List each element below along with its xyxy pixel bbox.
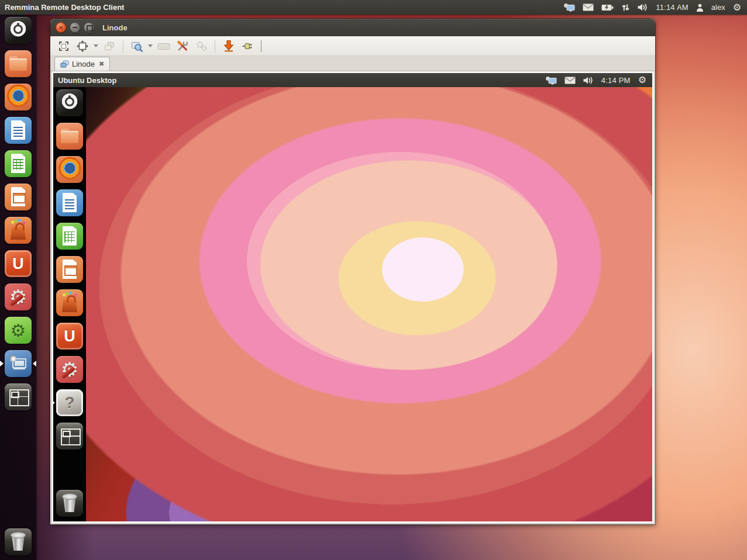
remote-indicator-tray: 4:14 PM ⚙ (545, 75, 646, 85)
ubuntu-software-glyph: ⚙ (5, 317, 32, 344)
fullscreen-button[interactable] (56, 39, 71, 54)
mail-icon[interactable] (564, 77, 576, 84)
dash-home-icon[interactable] (56, 89, 83, 116)
unity-launcher: U⚙⚙ (0, 15, 36, 560)
toolbar-separator (123, 40, 123, 53)
remote-clock[interactable]: 4:14 PM (601, 76, 631, 85)
ubuntu-one-icon[interactable]: U (5, 250, 32, 277)
sync-arrows-icon[interactable] (621, 4, 630, 12)
scaled-mode-button[interactable] (129, 39, 144, 54)
workspace-switcher-icon[interactable] (56, 423, 83, 450)
libreoffice-calc-icon[interactable] (56, 223, 83, 250)
firefox-icon[interactable] (56, 156, 83, 183)
remmina-icon[interactable] (5, 350, 32, 377)
connection-tabbar: Linode ✖ (50, 56, 655, 71)
firefox-icon[interactable] (5, 84, 32, 110)
take-screenshot-button[interactable] (221, 39, 236, 54)
fit-window-dropdown-caret[interactable] (94, 44, 98, 50)
remote-desktop-viewport[interactable]: Ubuntu Desktop 4:14 PM ⚙ U⚙? (51, 71, 654, 523)
focused-indicator-arrow (33, 361, 36, 367)
libreoffice-writer-icon[interactable] (56, 189, 83, 216)
workspace-switcher-icon[interactable] (5, 383, 32, 410)
libreoffice-writer-icon[interactable] (5, 117, 32, 144)
tab-linode[interactable]: Linode ✖ (54, 57, 110, 71)
preferences-gears-button[interactable] (194, 39, 209, 54)
ubuntu-software-center-icon[interactable] (56, 289, 83, 316)
home-folder-icon[interactable] (5, 50, 32, 77)
volume-icon[interactable] (583, 77, 594, 84)
ubuntu-one-glyph: U (5, 250, 32, 277)
tools-button[interactable] (175, 39, 190, 54)
ubuntu-software-center-icon[interactable] (5, 217, 32, 244)
toolbar-separator (215, 40, 215, 53)
remote-unity-launcher: U⚙? (53, 87, 86, 521)
window-maximize-button[interactable] (84, 22, 94, 33)
running-indicator-arrow (51, 400, 55, 406)
username-label[interactable]: alex (711, 3, 725, 12)
host-clock[interactable]: 11:14 AM (656, 3, 689, 12)
desktop-background: Remmina Remote Desktop Client 11:14 AM a… (0, 0, 747, 560)
user-icon[interactable] (696, 4, 704, 12)
libreoffice-impress-icon[interactable] (5, 184, 32, 210)
remote-wallpaper (86, 87, 652, 521)
remmina-toolbar (50, 36, 655, 56)
session-menu-gear-icon[interactable]: ⚙ (638, 75, 646, 85)
mail-icon[interactable] (583, 4, 594, 11)
running-indicator-arrow (0, 361, 4, 367)
disconnect-plug-button[interactable] (240, 39, 255, 54)
host-indicator-tray: 11:14 AM alex ⚙ (563, 3, 741, 12)
home-folder-icon[interactable] (56, 123, 83, 150)
remote-session-icon[interactable] (563, 3, 575, 12)
dash-home-icon[interactable] (5, 17, 32, 44)
system-settings-glyph: ⚙ (5, 284, 32, 310)
unknown-app-glyph: ? (56, 389, 83, 416)
libreoffice-calc-icon[interactable] (5, 150, 32, 177)
libreoffice-impress-icon[interactable] (56, 256, 83, 283)
trash-icon[interactable] (56, 490, 83, 517)
active-app-title: Remmina Remote Desktop Client (5, 3, 124, 12)
scaled-mode-dropdown-caret[interactable] (148, 44, 153, 50)
volume-icon[interactable] (638, 4, 648, 11)
toolbar-caret-line (261, 40, 261, 52)
remmina-window: ✕ Linode (50, 19, 655, 524)
trash-icon[interactable] (5, 528, 32, 555)
fit-window-button[interactable] (75, 39, 90, 54)
system-settings-icon[interactable]: ⚙ (5, 284, 32, 310)
switch-pages-button[interactable] (102, 39, 117, 54)
window-minimize-button[interactable] (70, 22, 80, 33)
remote-session-icon[interactable] (545, 76, 557, 85)
keyboard-grab-button[interactable] (156, 39, 171, 54)
unknown-app-icon[interactable]: ? (56, 389, 83, 416)
close-x-glyph: ✕ (56, 22, 66, 33)
system-settings-icon[interactable]: ⚙ (56, 356, 83, 383)
tab-close-icon[interactable]: ✖ (99, 60, 104, 68)
session-menu-gear-icon[interactable]: ⚙ (733, 3, 741, 12)
ubuntu-one-glyph: U (56, 323, 83, 350)
window-title: Linode (102, 23, 128, 32)
battery-icon[interactable] (601, 4, 614, 11)
host-top-panel: Remmina Remote Desktop Client 11:14 AM a… (0, 0, 747, 15)
window-titlebar[interactable]: ✕ Linode (50, 19, 655, 36)
ubuntu-software-icon[interactable]: ⚙ (5, 317, 32, 344)
remote-active-app-title: Ubuntu Desktop (58, 76, 116, 85)
system-settings-glyph: ⚙ (56, 356, 83, 383)
window-close-button[interactable]: ✕ (56, 22, 66, 33)
tab-windows-icon (60, 60, 69, 68)
ubuntu-one-icon[interactable]: U (56, 323, 83, 350)
tab-label: Linode (72, 60, 95, 68)
remote-top-panel: Ubuntu Desktop 4:14 PM ⚙ (53, 73, 652, 87)
